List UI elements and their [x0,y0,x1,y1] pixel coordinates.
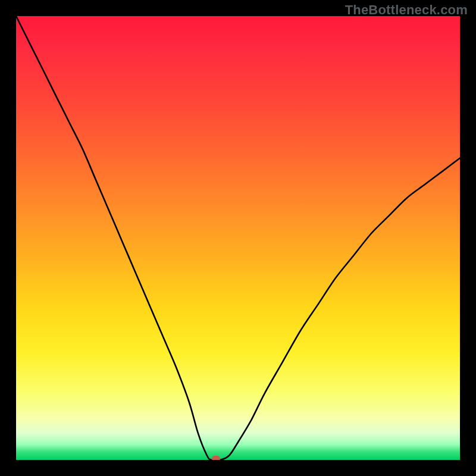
watermark-text: TheBottleneck.com [345,2,468,18]
optimal-marker [212,456,220,460]
bottleneck-curve [16,16,460,460]
plot-area [16,16,460,460]
chart-frame: TheBottleneck.com [0,0,476,476]
